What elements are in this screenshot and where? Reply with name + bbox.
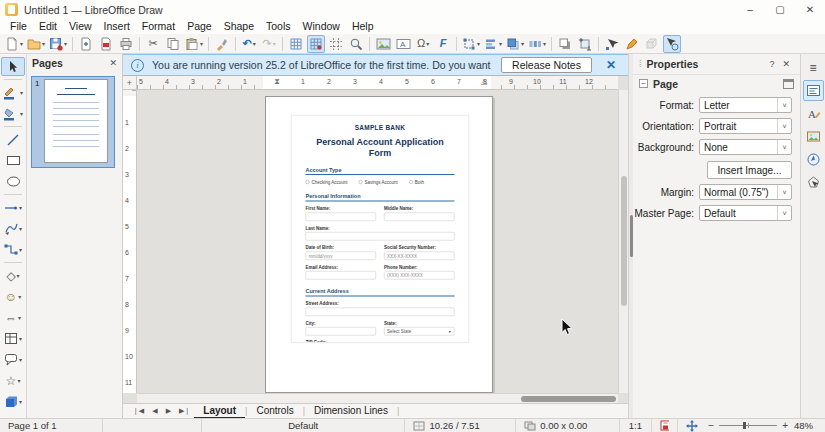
h-ruler[interactable]: ⧗ △ 54321123456789101112: [137, 76, 618, 90]
gallery-tab-icon[interactable]: [803, 126, 824, 147]
city-field[interactable]: [306, 327, 377, 336]
last-name-field[interactable]: [306, 232, 455, 241]
flowchart-icon[interactable]: ▾: [1, 329, 25, 348]
undo-icon[interactable]: ↶▾: [240, 35, 258, 53]
open-icon[interactable]: ▾: [26, 35, 46, 53]
properties-tab-icon[interactable]: [803, 80, 824, 101]
document-page[interactable]: SAMPLE BANK Personal Account Application…: [265, 96, 493, 393]
chevron-down-icon[interactable]: ˅: [777, 98, 791, 112]
horizontal-scrollbar[interactable]: [137, 393, 618, 403]
first-page-icon[interactable]: ❘◀: [129, 407, 148, 415]
notification-close-icon[interactable]: ✕: [602, 58, 620, 72]
show-draw-functions-icon[interactable]: [663, 35, 681, 53]
tab-controls[interactable]: Controls: [247, 404, 302, 419]
close-button[interactable]: ✕: [795, 0, 825, 19]
menu-tools[interactable]: Tools: [260, 19, 297, 34]
cut-icon[interactable]: ✂: [144, 35, 162, 53]
edit-points-icon[interactable]: [603, 35, 621, 53]
menu-page[interactable]: Page: [181, 19, 218, 34]
orientation-select[interactable]: Portrait˅: [699, 118, 792, 134]
stars-icon[interactable]: ☆▾: [1, 371, 25, 390]
connectors-icon[interactable]: ▾: [1, 240, 25, 259]
page-style[interactable]: Default: [202, 419, 406, 432]
pages-panel-close-icon[interactable]: ✕: [109, 58, 117, 68]
middle-name-field[interactable]: [384, 213, 455, 222]
print-icon[interactable]: [117, 35, 135, 53]
arrange-icon[interactable]: ▾: [505, 35, 525, 53]
next-page-icon[interactable]: ▶: [162, 407, 175, 415]
curves-and-polygons-icon[interactable]: ▾: [1, 219, 25, 238]
splitter-grip[interactable]: [630, 215, 633, 257]
insert-text-box-icon[interactable]: A: [394, 35, 412, 53]
copy-icon[interactable]: [164, 35, 182, 53]
shadow-icon[interactable]: [556, 35, 574, 53]
line-color-icon[interactable]: ▾: [1, 83, 25, 102]
canvas-view[interactable]: SAMPLE BANK Personal Account Application…: [137, 90, 618, 393]
state-select[interactable]: Select State▼: [384, 327, 455, 336]
crop-image-icon[interactable]: [576, 35, 594, 53]
chevron-down-icon[interactable]: ˅: [777, 119, 791, 133]
dob-field[interactable]: [306, 252, 377, 261]
distribute-icon[interactable]: ▾: [527, 35, 547, 53]
radio-savings-account[interactable]: Savings Account: [359, 180, 398, 185]
menu-edit[interactable]: Edit: [33, 19, 63, 34]
phone-field[interactable]: [384, 271, 455, 280]
zoom-slider[interactable]: − +: [708, 420, 788, 431]
tab-layout[interactable]: Layout: [194, 404, 245, 419]
dialog-launcher-icon[interactable]: [783, 79, 794, 89]
email-field[interactable]: [306, 271, 377, 280]
insert-image-button[interactable]: Insert Image...: [707, 161, 792, 179]
format-select[interactable]: Letter˅: [699, 97, 792, 113]
sidebar-splitter[interactable]: [628, 54, 633, 418]
navigator-tab-icon[interactable]: [803, 149, 824, 170]
vertical-scrollbar-thumb[interactable]: [621, 176, 627, 306]
horizontal-scrollbar-thumb[interactable]: [521, 396, 616, 402]
sidebar-menu-icon[interactable]: ≡: [803, 57, 824, 78]
special-character-icon[interactable]: Ω▾: [414, 35, 432, 53]
helplines-icon[interactable]: [327, 35, 345, 53]
zoom-out-icon[interactable]: −: [708, 420, 714, 431]
gluepoints-icon[interactable]: [623, 35, 641, 53]
toggle-extrusion-icon[interactable]: [643, 35, 661, 53]
align-objects-icon[interactable]: ▾: [483, 35, 503, 53]
radio-checking-account[interactable]: Checking Account: [306, 180, 348, 185]
styles-tab-icon[interactable]: A: [803, 103, 824, 124]
previous-page-icon[interactable]: ◀: [148, 407, 161, 415]
v-ruler[interactable]: 1234567891011: [123, 90, 137, 393]
transformations-icon[interactable]: ▾: [461, 35, 481, 53]
ellipse-tool-icon[interactable]: [1, 172, 25, 191]
clone-formatting-icon[interactable]: [213, 35, 231, 53]
export-as-pdf-icon[interactable]: [97, 35, 115, 53]
insert-line-icon[interactable]: [1, 130, 25, 149]
fit-slide-icon[interactable]: [686, 420, 698, 432]
minimize-button[interactable]: –: [735, 0, 765, 19]
save-icon[interactable]: ▾: [48, 35, 68, 53]
street-field[interactable]: [306, 308, 455, 317]
chevron-down-icon[interactable]: ˅: [777, 140, 791, 154]
chevron-down-icon[interactable]: ˅: [777, 206, 791, 220]
symbol-shapes-icon[interactable]: ☺▾: [1, 287, 25, 306]
select-tool-icon[interactable]: [1, 57, 25, 76]
shapes-tab-icon[interactable]: [803, 172, 824, 193]
chevron-down-icon[interactable]: ˅: [777, 185, 791, 199]
menu-format[interactable]: Format: [136, 19, 181, 34]
release-notes-button[interactable]: Release Notes: [501, 57, 592, 73]
fill-color-icon[interactable]: ▾: [1, 104, 25, 123]
ssn-field[interactable]: [384, 252, 455, 261]
paste-icon[interactable]: ▾: [184, 35, 204, 53]
scale-factor[interactable]: 1:1: [620, 419, 653, 432]
menu-insert[interactable]: Insert: [98, 19, 136, 34]
zoom-icon[interactable]: [347, 35, 365, 53]
export-icon[interactable]: [77, 35, 95, 53]
tab-dimension-lines[interactable]: Dimension Lines: [305, 404, 397, 419]
panel-close-icon[interactable]: ✕: [778, 59, 794, 69]
maximize-button[interactable]: ▢: [765, 0, 795, 19]
basic-shapes-icon[interactable]: ◇▾: [1, 266, 25, 285]
menu-help[interactable]: Help: [346, 19, 380, 34]
margin-select[interactable]: Normal (0.75")˅: [699, 184, 792, 200]
vertical-scrollbar[interactable]: [618, 90, 628, 393]
zoom-level[interactable]: 48%: [794, 420, 817, 431]
background-select[interactable]: None˅: [699, 139, 792, 155]
unsaved-changes-icon[interactable]: [652, 419, 678, 432]
fontwork-icon[interactable]: F: [434, 35, 452, 53]
